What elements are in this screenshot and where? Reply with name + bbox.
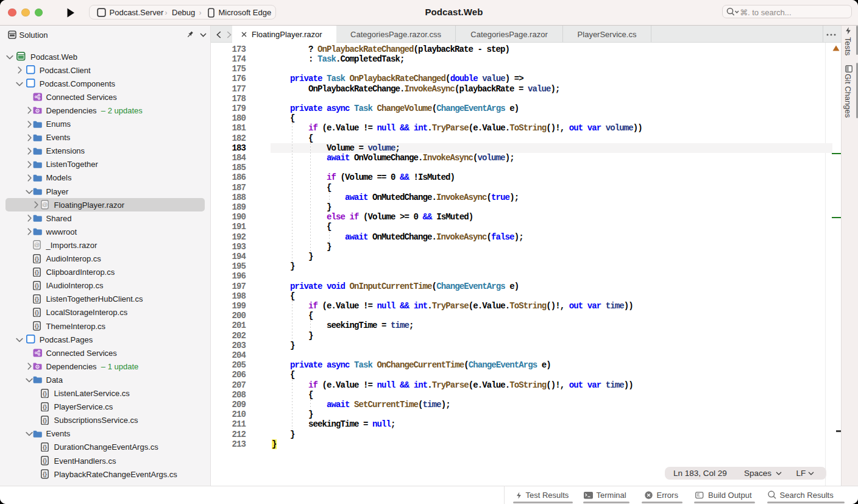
svg-text:{}: {} (35, 283, 39, 288)
svg-text:{}: {} (43, 445, 47, 450)
svg-text:{}: {} (35, 297, 39, 302)
svg-text:{}: {} (43, 458, 47, 464)
svg-text:{}: {} (43, 404, 47, 410)
svg-text:{}: {} (35, 324, 39, 329)
svg-text:{}: {} (35, 310, 39, 316)
svg-text:{}: {} (43, 417, 47, 423)
svg-text:@: @ (34, 242, 39, 248)
svg-text:{}: {} (35, 256, 39, 261)
svg-text:@: @ (42, 202, 48, 208)
svg-text:{}: {} (43, 391, 47, 396)
svg-text:{}: {} (43, 472, 47, 477)
svg-text:{}: {} (35, 269, 39, 275)
